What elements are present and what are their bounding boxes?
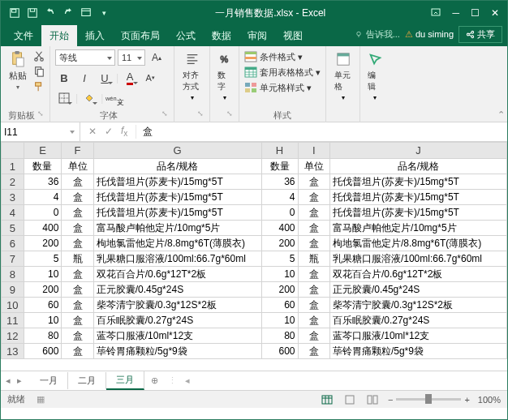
cell[interactable]: 双花百合片/0.6g*12T*2板 xyxy=(93,267,261,282)
cell[interactable]: 托伐普坦片(苏麦卡)/15mg*5T xyxy=(329,190,506,205)
fx-icon[interactable]: fx xyxy=(121,125,127,138)
editing-button[interactable]: 编辑▾ xyxy=(364,49,385,103)
font-size-select[interactable]: 11 xyxy=(118,49,145,66)
header-cell[interactable]: 单位 xyxy=(62,159,93,174)
cell[interactable]: 0 xyxy=(261,205,298,221)
cell[interactable]: 盒 xyxy=(298,328,329,344)
spreadsheet-grid[interactable]: EFGHIJ1数量单位品名/规格数量单位品名/规格236盒托伐普坦片(苏麦卡)/… xyxy=(1,142,507,371)
alignment-button[interactable]: 对齐方式▾ xyxy=(179,49,204,103)
cell[interactable]: 10 xyxy=(261,313,298,328)
save-icon[interactable] xyxy=(27,7,38,19)
cell[interactable]: 5 xyxy=(24,251,62,267)
column-header[interactable]: I xyxy=(298,143,329,159)
cell[interactable]: 盒 xyxy=(62,328,93,344)
cell[interactable]: 10 xyxy=(24,313,62,328)
decrease-font-icon[interactable]: A▾ xyxy=(141,69,159,87)
cell[interactable]: 4 xyxy=(24,190,62,205)
cell[interactable]: 柴芩清宁胶囊/0.3g*12S*2板 xyxy=(329,298,506,313)
cell[interactable]: 富马酸卢帕他定片/10mg*5片 xyxy=(93,221,261,236)
cell[interactable]: 400 xyxy=(24,221,62,236)
cell[interactable]: 托伐普坦片(苏麦卡)/15mg*5T xyxy=(93,174,261,190)
cell[interactable]: 乳果糖口服溶液/100ml:66.7g*60ml xyxy=(93,251,261,267)
header-cell[interactable]: 单位 xyxy=(298,159,329,174)
cell[interactable]: 枸地氯雷他定片/8.8mg*6T(薄膜衣) xyxy=(93,236,261,251)
formula-input[interactable]: 盒 xyxy=(136,125,159,139)
copy-button[interactable] xyxy=(33,66,45,79)
cell[interactable]: 600 xyxy=(24,344,62,359)
row-header[interactable]: 8 xyxy=(2,267,24,282)
tab-data[interactable]: 数据 xyxy=(204,25,239,46)
cell[interactable]: 盒 xyxy=(298,174,329,190)
tab-layout[interactable]: 页面布局 xyxy=(113,25,168,46)
italic-button[interactable]: I xyxy=(75,69,93,87)
cell[interactable]: 盒 xyxy=(62,298,93,313)
zoom-control[interactable]: − + xyxy=(388,395,470,405)
column-header[interactable]: F xyxy=(62,143,93,159)
cell[interactable]: 盒 xyxy=(298,221,329,236)
cell[interactable]: 蓝芩口服液/10ml*12支 xyxy=(329,328,506,344)
cell[interactable]: 荜铃胃痛颗粒/5g*9袋 xyxy=(93,344,261,359)
cell[interactable]: 80 xyxy=(261,328,298,344)
cell[interactable]: 盒 xyxy=(62,221,93,236)
cell[interactable]: 5 xyxy=(261,251,298,267)
cell[interactable]: 400 xyxy=(261,221,298,236)
cell[interactable]: 200 xyxy=(261,236,298,251)
column-header[interactable]: J xyxy=(329,143,506,159)
row-header[interactable]: 11 xyxy=(2,313,24,328)
cell[interactable]: 盒 xyxy=(62,344,93,359)
autosave-icon[interactable] xyxy=(9,7,20,19)
cell[interactable]: 200 xyxy=(24,236,62,251)
user-name[interactable]: ⚠ du siming xyxy=(405,29,454,40)
minimize-button[interactable]: ─ xyxy=(452,7,459,19)
cell[interactable]: 正元胶囊/0.45g*24S xyxy=(93,282,261,298)
row-header[interactable]: 13 xyxy=(2,344,24,359)
column-header[interactable]: H xyxy=(261,143,298,159)
header-cell[interactable]: 数量 xyxy=(24,159,62,174)
number-format-button[interactable]: %数字▾ xyxy=(214,49,235,103)
qat-addin-icon[interactable] xyxy=(80,7,92,19)
cell[interactable]: 600 xyxy=(261,344,298,359)
cell-styles-button[interactable]: 单元格样式 ▾ xyxy=(244,80,321,95)
conditional-formatting-button[interactable]: 条件格式 ▾ xyxy=(244,49,321,64)
row-header[interactable]: 10 xyxy=(2,298,24,313)
cell[interactable]: 200 xyxy=(24,282,62,298)
column-header[interactable]: E xyxy=(24,143,62,159)
cell[interactable]: 百乐眠胶囊/0.27g*24S xyxy=(93,313,261,328)
sheet-tab-1[interactable]: 一月 xyxy=(30,372,68,389)
cell[interactable]: 80 xyxy=(24,328,62,344)
close-button[interactable]: ✕ xyxy=(491,7,499,19)
cell[interactable]: 0 xyxy=(24,205,62,221)
tab-home[interactable]: 开始 xyxy=(41,25,77,46)
row-header[interactable]: 6 xyxy=(2,236,24,251)
cell[interactable]: 蓝芩口服液/10ml*12支 xyxy=(93,328,261,344)
cut-button[interactable] xyxy=(33,50,45,64)
cell[interactable]: 盒 xyxy=(298,190,329,205)
column-header[interactable]: G xyxy=(93,143,261,159)
undo-icon[interactable] xyxy=(45,7,56,19)
cell[interactable]: 盒 xyxy=(298,313,329,328)
zoom-in-icon[interactable]: + xyxy=(464,395,469,405)
page-layout-view-icon[interactable] xyxy=(342,393,357,406)
cell[interactable]: 盒 xyxy=(62,282,93,298)
cell[interactable]: 瓶 xyxy=(298,251,329,267)
cell[interactable]: 200 xyxy=(261,282,298,298)
zoom-level[interactable]: 100% xyxy=(478,395,501,405)
cell[interactable]: 乳果糖口服溶液/100ml:66.7g*60ml xyxy=(329,251,506,267)
cell[interactable]: 柴芩清宁胶囊/0.3g*12S*2板 xyxy=(93,298,261,313)
cell[interactable]: 百乐眠胶囊/0.27g*24S xyxy=(329,313,506,328)
share-button[interactable]: 共享 xyxy=(458,26,502,43)
row-header[interactable]: 3 xyxy=(2,190,24,205)
number-dialog-launcher[interactable]: ⤡ xyxy=(226,109,233,118)
tell-me[interactable]: 告诉我... xyxy=(354,28,400,41)
format-painter-button[interactable] xyxy=(33,81,45,95)
font-color-button[interactable]: A xyxy=(121,69,139,87)
redo-icon[interactable] xyxy=(62,7,74,19)
cell[interactable]: 盒 xyxy=(62,190,93,205)
header-cell[interactable]: 数量 xyxy=(261,159,298,174)
border-button[interactable] xyxy=(55,89,73,107)
cell[interactable]: 36 xyxy=(261,174,298,190)
bold-button[interactable]: B xyxy=(55,69,73,87)
align-dialog-launcher[interactable]: ⤡ xyxy=(197,109,204,118)
increase-font-icon[interactable]: A▴ xyxy=(148,49,166,66)
ribbon-display-icon[interactable] xyxy=(431,7,441,19)
